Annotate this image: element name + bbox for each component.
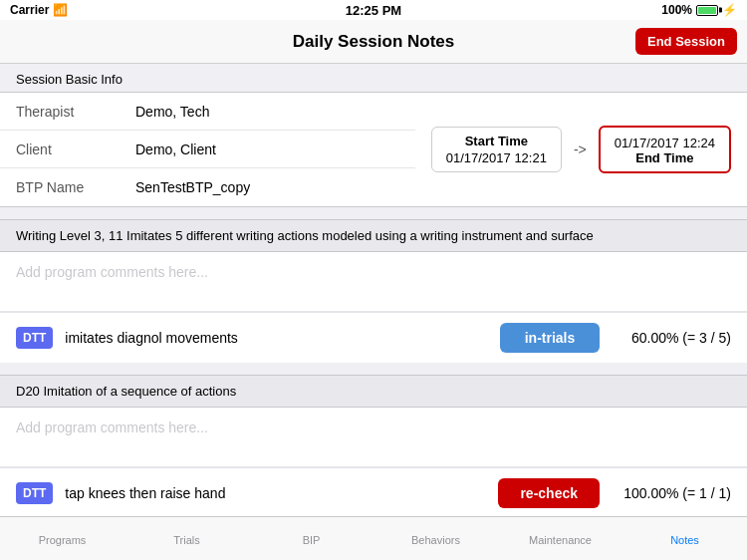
wifi-icon: 📶 <box>53 3 68 17</box>
tab-bip[interactable]: BIP <box>249 517 374 560</box>
client-row: Client Demo, Client <box>0 131 415 168</box>
session-times: Start Time 01/17/2017 12:21 -> 01/17/201… <box>415 93 747 206</box>
therapist-label: Therapist <box>16 104 135 120</box>
tab-behaviors[interactable]: Behaviors <box>374 517 498 560</box>
program-1-trial-row: DTT imitates diagnol movements in-trials… <box>0 312 747 363</box>
therapist-row: Therapist Demo, Tech <box>0 93 415 131</box>
therapist-value: Demo, Tech <box>135 104 209 120</box>
section-gap-2 <box>0 363 747 375</box>
program-2-badge: DTT <box>16 482 53 504</box>
tab-trials[interactable]: Trials <box>124 517 249 560</box>
program-2-comments-placeholder: Add program comments here... <box>16 420 208 435</box>
tab-programs[interactable]: Programs <box>0 517 124 560</box>
session-info-container: Therapist Demo, Tech Client Demo, Client… <box>0 93 747 206</box>
program-1-badge: DTT <box>16 327 53 349</box>
tab-notes[interactable]: Notes <box>622 517 747 560</box>
program-1-trial-name: imitates diagnol movements <box>65 330 488 346</box>
program-2-status-pill[interactable]: re-check <box>498 478 600 508</box>
start-time-box[interactable]: Start Time 01/17/2017 12:21 <box>431 127 562 172</box>
tab-notes-label: Notes <box>670 534 699 546</box>
battery-icon <box>696 5 718 16</box>
main-content: Session Basic Info Therapist Demo, Tech … <box>0 64 747 516</box>
page-title: Daily Session Notes <box>293 32 455 52</box>
program-1-status-pill[interactable]: in-trials <box>500 323 600 353</box>
start-time-value: 01/17/2017 12:21 <box>446 150 547 165</box>
session-basic-info-card: Therapist Demo, Tech Client Demo, Client… <box>0 92 747 207</box>
btp-name-label: BTP Name <box>16 179 135 195</box>
status-left: Carrier 📶 <box>10 3 68 17</box>
program-2-trial-row: DTT tap knees then raise hand re-check 1… <box>0 467 747 516</box>
carrier-label: Carrier <box>10 3 49 17</box>
status-time: 12:25 PM <box>346 3 401 18</box>
client-value: Demo, Client <box>135 141 216 157</box>
program-2-comments[interactable]: Add program comments here... <box>0 408 747 467</box>
program-1-comments[interactable]: Add program comments here... <box>0 252 747 312</box>
tab-programs-label: Programs <box>39 534 87 546</box>
time-arrow: -> <box>574 141 587 157</box>
session-info-left: Therapist Demo, Tech Client Demo, Client… <box>0 93 415 206</box>
client-label: Client <box>16 141 135 157</box>
end-time-value: 01/17/2017 12:24 <box>615 136 715 150</box>
btp-name-value: SenTestBTP_copy <box>135 179 250 195</box>
program-2-trial-name: tap knees then raise hand <box>65 485 486 501</box>
tab-bip-label: BIP <box>303 534 321 546</box>
nav-bar: Daily Session Notes End Session <box>0 20 747 64</box>
btp-name-row: BTP Name SenTestBTP_copy <box>0 168 415 206</box>
session-basic-info-header: Session Basic Info <box>0 64 747 92</box>
program-1-trial-pct: 60.00% (= 3 / 5) <box>612 330 731 346</box>
end-time-label: End Time <box>615 150 715 165</box>
program-1-title-bar: Writing Level 3, 11 Imitates 5 different… <box>0 219 747 252</box>
section-gap-1 <box>0 207 747 219</box>
tab-trials-label: Trials <box>173 534 199 546</box>
tab-maintenance[interactable]: Maintenance <box>498 517 622 560</box>
end-session-button[interactable]: End Session <box>635 28 737 55</box>
scroll-content: Session Basic Info Therapist Demo, Tech … <box>0 64 747 516</box>
program-2-title-bar: D20 Imitation of a sequence of actions <box>0 375 747 408</box>
status-right: 100% ⚡ <box>661 3 737 17</box>
start-time-label: Start Time <box>446 134 547 148</box>
end-time-box[interactable]: 01/17/2017 12:24 End Time <box>599 126 731 173</box>
tab-bar: Programs Trials BIP Behaviors Maintenanc… <box>0 516 747 560</box>
program-2-trial-pct: 100.00% (= 1 / 1) <box>612 485 731 501</box>
tab-maintenance-label: Maintenance <box>529 534 592 546</box>
battery-percent: 100% <box>661 3 692 17</box>
status-bar: Carrier 📶 12:25 PM 100% ⚡ <box>0 0 747 20</box>
battery-bolt: ⚡ <box>722 3 737 17</box>
tab-behaviors-label: Behaviors <box>411 534 460 546</box>
program-1-comments-placeholder: Add program comments here... <box>16 264 208 280</box>
